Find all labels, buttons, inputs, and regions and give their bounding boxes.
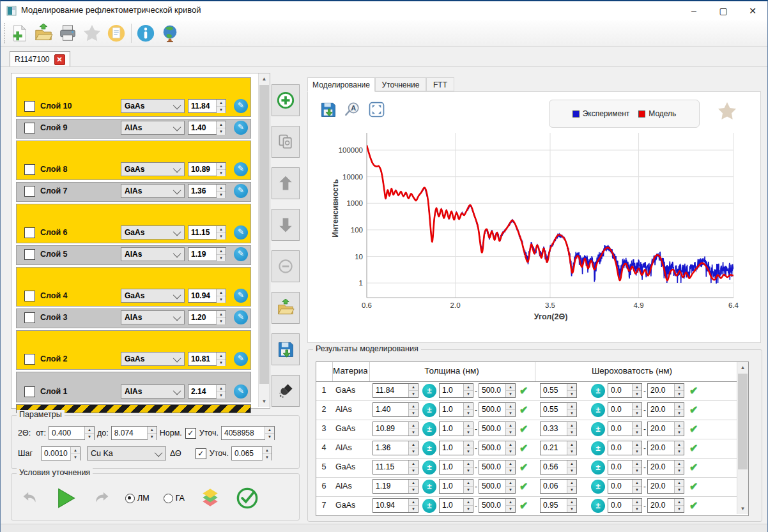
roughness-max-spinner[interactable]: 20.0 <box>647 383 684 398</box>
layer-edit-icon[interactable]: ✎ <box>234 184 248 198</box>
layer-checkbox[interactable] <box>24 101 35 112</box>
tab-refinement[interactable]: Уточнение <box>375 77 426 91</box>
thickness-value-spinner[interactable]: 10.94 <box>372 498 419 513</box>
layer-edit-icon[interactable]: ✎ <box>234 121 248 135</box>
print-icon[interactable] <box>58 24 77 43</box>
roughness-value-spinner[interactable]: 0.06 <box>540 479 577 494</box>
thickness-vary-icon[interactable]: ± <box>422 460 436 475</box>
roughness-vary-icon[interactable]: ± <box>591 480 605 494</box>
layer-edit-icon[interactable]: ✎ <box>234 289 248 303</box>
layer-checkbox[interactable] <box>24 386 35 397</box>
layers-stack-icon[interactable] <box>199 487 222 509</box>
roughness-max-spinner[interactable]: 20.0 <box>647 422 684 436</box>
save-structure-button[interactable] <box>272 333 300 365</box>
scroll-up-icon[interactable]: ▲ <box>259 73 270 84</box>
redo-icon[interactable] <box>92 489 111 508</box>
layer-material-select[interactable]: AlAs <box>121 184 185 198</box>
scrollbar-thumb[interactable] <box>738 374 748 469</box>
open-structure-button[interactable] <box>272 292 300 324</box>
thickness-max-spinner[interactable]: 500.0 <box>479 479 516 494</box>
run-refinement-icon[interactable] <box>54 487 78 510</box>
thickness-min-spinner[interactable]: 1.0 <box>439 498 473 513</box>
roughness-min-spinner[interactable]: 0.0 <box>608 383 642 398</box>
scroll-up-icon[interactable]: ▲ <box>737 362 748 373</box>
thickness-max-spinner[interactable]: 500.0 <box>479 498 516 513</box>
thickness-min-spinner[interactable]: 1.0 <box>439 441 473 455</box>
globe-icon[interactable] <box>160 24 180 43</box>
layer-checkbox[interactable] <box>24 291 35 301</box>
document-tab[interactable]: R1147100 ✕ <box>10 51 70 67</box>
move-layer-down-button[interactable] <box>272 209 300 241</box>
roughness-max-spinner[interactable]: 20.0 <box>647 460 684 475</box>
layer-material-select[interactable]: GaAs <box>121 289 185 303</box>
favorite-chart-icon[interactable] <box>717 101 737 121</box>
roughness-vary-icon[interactable]: ± <box>591 460 605 475</box>
norm-refine-checkbox[interactable] <box>185 428 196 439</box>
layer-edit-icon[interactable]: ✎ <box>234 225 248 239</box>
thickness-vary-icon[interactable]: ± <box>422 384 436 398</box>
theta-to-spinner[interactable]: 8.074 <box>111 426 157 440</box>
layer-material-select[interactable]: GaAs <box>121 162 185 176</box>
thickness-max-spinner[interactable]: 500.0 <box>479 441 516 455</box>
thickness-min-spinner[interactable]: 1.0 <box>439 383 473 398</box>
close-button[interactable]: ✕ <box>738 1 767 20</box>
results-scrollbar[interactable]: ▲ ▼ <box>737 362 748 514</box>
roughness-max-spinner[interactable]: 20.0 <box>647 498 684 513</box>
layer-thickness-spinner[interactable]: 1.20 <box>188 310 226 324</box>
radio-ga-circle[interactable] <box>164 494 173 503</box>
save-chart-icon[interactable] <box>319 101 337 118</box>
thickness-max-spinner[interactable]: 500.0 <box>479 422 516 436</box>
roughness-max-spinner[interactable]: 20.0 <box>647 441 684 455</box>
minimize-button[interactable]: – <box>679 1 709 20</box>
roughness-vary-icon[interactable]: ± <box>591 403 605 417</box>
thickness-value-spinner[interactable]: 11.15 <box>372 460 419 475</box>
layer-checkbox[interactable] <box>24 123 35 133</box>
layer-material-select[interactable]: GaAs <box>121 225 185 239</box>
roughness-value-spinner[interactable]: 0.95 <box>540 498 577 513</box>
tab-modeling[interactable]: Моделирование <box>307 77 375 92</box>
roughness-vary-icon[interactable]: ± <box>591 441 605 455</box>
roughness-value-spinner[interactable]: 0.55 <box>540 383 577 398</box>
thickness-vary-icon[interactable]: ± <box>422 403 436 417</box>
thickness-value-spinner[interactable]: 1.36 <box>372 441 419 455</box>
thickness-value-spinner[interactable]: 11.84 <box>372 383 419 398</box>
new-file-icon[interactable] <box>10 24 29 43</box>
apply-check-icon[interactable] <box>236 487 259 510</box>
undo-icon[interactable] <box>20 489 40 508</box>
roughness-max-spinner[interactable]: 20.0 <box>647 402 684 417</box>
layer-edit-icon[interactable]: ✎ <box>234 162 248 176</box>
layer-material-select[interactable]: GaAs <box>121 352 185 366</box>
roughness-value-spinner[interactable]: 0.33 <box>540 422 577 436</box>
layer-checkbox[interactable] <box>24 164 35 175</box>
thickness-min-spinner[interactable]: 1.0 <box>439 479 473 494</box>
thickness-max-spinner[interactable]: 500.0 <box>479 402 516 417</box>
layer-thickness-spinner[interactable]: 1.36 <box>188 184 226 198</box>
dtheta-refine-checkbox[interactable] <box>196 448 206 459</box>
roughness-min-spinner[interactable]: 0.0 <box>608 422 642 436</box>
thickness-min-spinner[interactable]: 1.0 <box>439 402 473 417</box>
layer-checkbox[interactable] <box>24 312 35 323</box>
scroll-down-icon[interactable]: ▼ <box>737 503 748 514</box>
layer-thickness-spinner[interactable]: 1.40 <box>188 121 226 135</box>
radio-ga[interactable]: ГА <box>164 494 185 503</box>
roughness-min-spinner[interactable]: 0.0 <box>608 498 642 513</box>
layer-thickness-spinner[interactable]: 10.94 <box>188 289 226 303</box>
layer-material-select[interactable]: AlAs <box>121 121 185 135</box>
add-layer-button[interactable] <box>272 84 300 116</box>
layer-material-select[interactable]: AlAs <box>121 247 185 261</box>
step-spinner[interactable]: 0.0010 <box>41 446 81 460</box>
scroll-down-icon[interactable]: ▼ <box>259 396 270 407</box>
roughness-value-spinner[interactable]: 0.21 <box>540 441 577 455</box>
tab-ftt[interactable]: FTT <box>426 77 454 91</box>
thickness-min-spinner[interactable]: 1.0 <box>439 422 473 436</box>
layer-edit-icon[interactable]: ✎ <box>234 247 248 261</box>
thickness-value-spinner[interactable]: 1.40 <box>372 402 419 417</box>
scrollbar-thumb[interactable] <box>259 85 269 384</box>
layer-checkbox[interactable] <box>24 227 35 238</box>
layer-checkbox[interactable] <box>24 249 35 260</box>
open-file-icon[interactable] <box>34 24 53 43</box>
thickness-value-spinner[interactable]: 1.19 <box>372 479 419 494</box>
info-icon[interactable] <box>136 24 155 43</box>
font-settings-icon[interactable]: A <box>344 101 361 118</box>
layer-thickness-spinner[interactable]: 11.15 <box>188 225 226 239</box>
